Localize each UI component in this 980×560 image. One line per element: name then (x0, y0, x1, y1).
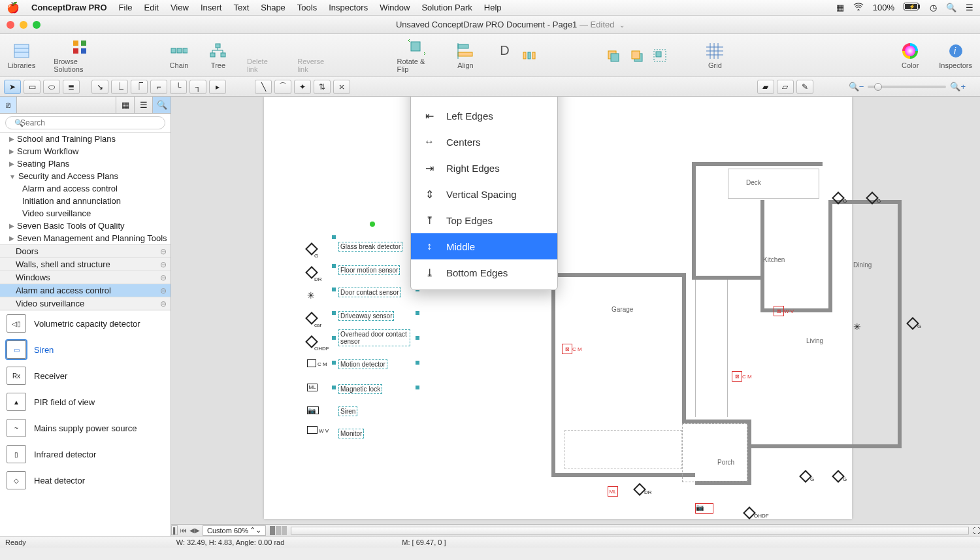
legend-icon[interactable]: ML (307, 383, 318, 391)
menu-help[interactable]: Help (484, 3, 502, 12)
dd-item-vertical-spacing[interactable]: ⇕Vertical Spacing (411, 181, 557, 207)
close-icon[interactable]: ⊖ (160, 286, 167, 295)
tree-button[interactable]: Tree (208, 42, 229, 69)
dd-item-centers[interactable]: ↔Centers (411, 129, 557, 155)
canvas-page[interactable]: G DR ✳ car OHDF C M ML W V 📷 Glass break… (264, 97, 852, 519)
tree-item[interactable]: ▶School and Training Plans (0, 133, 171, 145)
menu-text[interactable]: Text (233, 3, 249, 12)
zoom-dropdown[interactable]: Custom 60%⌃⌄ (203, 525, 266, 536)
title-dropdown-icon[interactable]: ⌄ (619, 22, 625, 29)
bring-front-icon[interactable] (605, 48, 621, 63)
sensor-icon[interactable]: ✳ (853, 321, 861, 332)
send-back-icon[interactable] (629, 48, 644, 63)
tree-item[interactable]: ▶Seven Basic Tools of Quality (0, 220, 171, 232)
library-item[interactable]: ◇Heat detector (0, 467, 171, 493)
dd-item-middle[interactable]: ↕Middle (411, 233, 557, 259)
menu-view[interactable]: View (171, 3, 189, 12)
distribute-button[interactable]: DD (494, 42, 515, 69)
grid-button[interactable]: Grid (704, 42, 725, 69)
canvas-area[interactable]: G DR ✳ car OHDF C M ML W V 📷 Glass break… (171, 97, 980, 536)
dd-item-right-edges[interactable]: ⇥Right Edges (411, 155, 557, 181)
sensor-icon[interactable]: OHDF (745, 508, 769, 519)
line-tool-2[interactable]: ⌒ (274, 80, 291, 94)
connector-tool-2[interactable]: ⎿ (111, 80, 128, 94)
line-tool-5[interactable]: ⤫ (333, 80, 350, 94)
close-icon[interactable]: ⊖ (160, 247, 167, 256)
sensor-icon[interactable]: G (868, 193, 881, 204)
legend-icon[interactable]: DR (307, 268, 324, 278)
dd-item-top-edges[interactable]: ⤒Top Edges (411, 207, 557, 233)
distribute-h-icon[interactable] (521, 48, 537, 63)
legend-icon[interactable]: C M (307, 359, 326, 369)
menu-window[interactable]: Window (380, 3, 410, 12)
library-item[interactable]: ▲PIR field of view (0, 389, 171, 415)
sidebar-list-view[interactable]: ☰ (134, 97, 152, 113)
library-item[interactable]: ~Mains supply power source (0, 415, 171, 441)
page-prev-icon[interactable]: ◀ (189, 527, 195, 534)
zoom-slider[interactable] (868, 86, 946, 88)
zoom-in-icon[interactable]: 🔍+ (950, 82, 966, 91)
menu-insert[interactable]: Insert (201, 3, 222, 12)
battery-icon[interactable]: ⚡ (904, 3, 921, 12)
stroke-tool[interactable]: ▱ (777, 80, 794, 94)
library-header[interactable]: Video surveillance⊖ (0, 297, 171, 310)
close-icon[interactable]: ⊖ (160, 260, 167, 269)
tree-item[interactable]: ▶Scrum Workflow (0, 145, 171, 157)
pointer-tool[interactable]: ➤ (4, 80, 21, 94)
legend-icon[interactable]: 📷 (307, 406, 319, 414)
line-tool-3[interactable]: ✦ (294, 80, 311, 94)
tree-item[interactable]: ▶Seven Management and Planning Tools (0, 232, 171, 244)
menu-tools[interactable]: Tools (297, 3, 317, 12)
rotate-flip-button[interactable]: Rotate & Flip (397, 38, 437, 73)
library-item[interactable]: ▯Infrared detector (0, 441, 171, 467)
connector-tool-6[interactable]: ┐ (189, 80, 206, 94)
library-header[interactable]: Walls, shell and structure⊖ (0, 257, 171, 271)
sensor-icon[interactable]: G (834, 472, 847, 482)
chain-button[interactable]: Chain (169, 42, 189, 69)
sidebar-grid-view[interactable]: ▦ (116, 97, 134, 113)
menu-edit[interactable]: Edit (144, 3, 159, 12)
align-button[interactable]: Align (455, 42, 476, 69)
minimize-window-button[interactable] (20, 21, 27, 29)
color-button[interactable]: Color (900, 42, 921, 69)
floor-plan[interactable]: Deck Kitchen Dining Garage Living Porch … (551, 162, 924, 450)
sensor-icon[interactable]: ⊠C M (562, 344, 582, 354)
browse-solutions-button[interactable]: Browse Solutions (54, 38, 106, 73)
menu-solution-park[interactable]: Solution Park (421, 3, 472, 12)
page-next-icon[interactable]: ▶ (195, 527, 200, 534)
sensor-icon[interactable]: G (908, 319, 921, 329)
close-window-button[interactable] (7, 21, 14, 29)
dd-item-horizontal-spacing[interactable]: ⇔Horizontal Spacing (411, 97, 557, 103)
legend-icon[interactable]: W V (307, 426, 327, 435)
camera-icon[interactable]: 📷 (695, 503, 713, 514)
sensor-icon[interactable]: ⊠C M (732, 371, 752, 382)
sidebar-search-button[interactable]: 🔍 (152, 97, 171, 113)
zoom-thumb[interactable] (874, 83, 882, 91)
ellipse-tool[interactable]: ⬭ (43, 80, 60, 94)
sensor-icon[interactable]: DR (635, 485, 652, 495)
fit-page-icon[interactable]: ⛶ (973, 527, 980, 535)
clock-icon[interactable]: ◷ (930, 3, 937, 12)
library-header[interactable]: Alarm and access control⊖ (0, 284, 171, 297)
sensor-icon[interactable]: ⊠W V (774, 306, 794, 316)
legend-icon[interactable]: car (307, 314, 323, 324)
libraries-button[interactable]: Libraries (8, 42, 35, 69)
text-tool[interactable]: ≣ (63, 80, 80, 94)
sensor-icon[interactable]: ML (608, 486, 618, 497)
dd-item-left-edges[interactable]: ⇤Left Edges (411, 103, 557, 129)
green-handle[interactable] (370, 221, 375, 228)
sensor-icon[interactable]: G (834, 193, 847, 204)
inspectors-button[interactable]: iInspectors (939, 42, 972, 69)
tree-item[interactable]: Alarm and access control (0, 182, 171, 195)
legend-icon[interactable]: OHDF (307, 337, 331, 348)
rect-tool[interactable]: ▭ (24, 80, 41, 94)
horizontal-scrollbar[interactable] (291, 527, 969, 535)
group-icon[interactable] (652, 48, 668, 63)
connector-tool-5[interactable]: └ (170, 80, 187, 94)
menu-inspectors[interactable]: Inspectors (329, 3, 368, 12)
app-name[interactable]: ConceptDraw PRO (31, 3, 107, 12)
legend-icon[interactable]: ✳ (307, 290, 315, 301)
wifi-icon[interactable] (853, 3, 864, 12)
tree-item[interactable]: ▼Security and Access Plans (0, 170, 171, 182)
zoom-window-button[interactable] (33, 21, 41, 29)
